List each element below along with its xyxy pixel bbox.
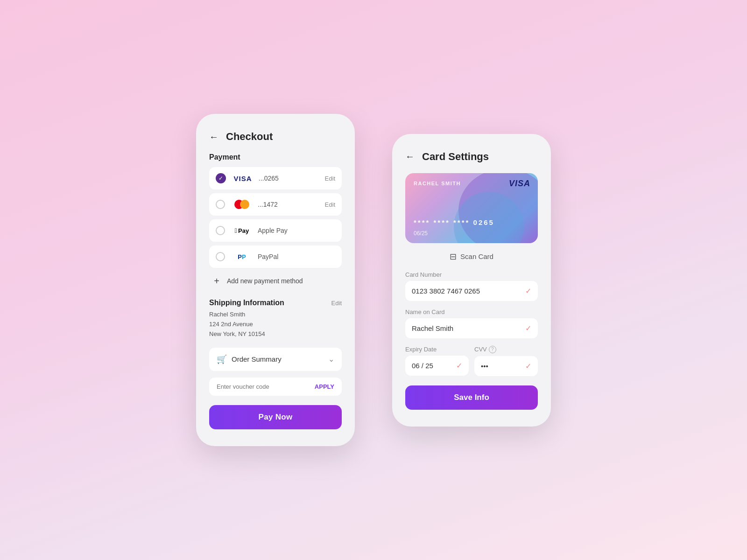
- name-on-card-valid-icon: ✓: [525, 324, 531, 333]
- shipping-line1: 124 2nd Avenue: [209, 320, 342, 329]
- expiry-value: 06 / 25: [412, 362, 433, 370]
- card-settings-title: Card Settings: [422, 151, 489, 163]
- shipping-line2: New York, NY 10154: [209, 329, 342, 339]
- paypal-radio[interactable]: [216, 252, 225, 261]
- visa-logo: VISA: [232, 172, 254, 185]
- shipping-edit-button[interactable]: Edit: [331, 300, 342, 307]
- visa-last4: ...0265: [259, 175, 325, 182]
- cvv-help-icon[interactable]: ?: [489, 346, 496, 353]
- applepay-text: Pay: [238, 227, 249, 234]
- paypal-logo: PP: [231, 250, 253, 263]
- credit-card-visual: RACHEL SMITH VISA **** **** **** 0265 06…: [405, 173, 538, 243]
- expiry-cvv-row: Expiry Date 06 / 25 ✓ CVV ? ••• ✓: [405, 346, 538, 376]
- name-on-card-input-row[interactable]: Rachel Smith ✓: [405, 318, 538, 338]
- order-summary-label: Order Summary: [232, 355, 282, 363]
- card-number-visual: **** **** **** 0265: [414, 218, 494, 226]
- cvv-value: •••: [481, 362, 488, 370]
- applepay-name: Apple Pay: [258, 227, 335, 234]
- visa-edit-button[interactable]: Edit: [325, 175, 335, 182]
- payment-method-visa[interactable]: ✓ VISA ...0265 Edit: [209, 167, 342, 189]
- voucher-input[interactable]: [217, 383, 315, 390]
- order-summary-row[interactable]: 🛒 Order Summary ⌄: [209, 348, 342, 371]
- card-settings-back-button[interactable]: ←: [405, 151, 415, 162]
- mastercard-logo: [231, 198, 253, 211]
- apply-button[interactable]: APPLY: [315, 383, 334, 390]
- scan-card-row[interactable]: ⊟ Scan Card: [405, 252, 538, 262]
- payment-method-applepay[interactable]:  Pay Apple Pay: [209, 219, 342, 242]
- cvv-label: CVV: [474, 346, 487, 353]
- card-cardholder-name: RACHEL SMITH: [414, 181, 461, 186]
- cvv-field-group: CVV ? ••• ✓: [474, 346, 538, 376]
- applepay-logo:  Pay: [231, 224, 253, 237]
- checkout-screen: ← Checkout Payment ✓ VISA ...0265 Edit .…: [196, 114, 355, 446]
- save-info-button[interactable]: Save Info: [405, 385, 538, 410]
- chevron-down-icon: ⌄: [328, 355, 334, 364]
- paypal-name: PayPal: [258, 253, 335, 260]
- card-number-field-group: Card Number 0123 3802 7467 0265 ✓: [405, 271, 538, 301]
- card-number-label: Card Number: [405, 271, 538, 278]
- add-payment-label: Add new payment method: [227, 277, 303, 285]
- card-brand-logo: VISA: [509, 179, 530, 189]
- expiry-valid-icon: ✓: [456, 361, 462, 370]
- name-on-card-field-group: Name on Card Rachel Smith ✓: [405, 308, 538, 338]
- voucher-row: APPLY: [209, 378, 342, 396]
- scan-card-label: Scan Card: [460, 252, 493, 260]
- card-number-valid-icon: ✓: [525, 287, 531, 295]
- shipping-name: Rachel Smith: [209, 310, 342, 320]
- mastercard-last4: ...1472: [258, 201, 325, 208]
- expiry-input-row[interactable]: 06 / 25 ✓: [405, 356, 469, 376]
- shipping-header: Shipping Information Edit: [209, 299, 342, 307]
- cart-icon: 🛒: [217, 354, 227, 364]
- shipping-section-label: Shipping Information: [209, 299, 284, 307]
- card-number-input-row[interactable]: 0123 3802 7467 0265 ✓: [405, 281, 538, 301]
- shipping-address: Rachel Smith 124 2nd Avenue New York, NY…: [209, 310, 342, 339]
- checkout-header: ← Checkout: [209, 131, 342, 143]
- add-payment-button[interactable]: + Add new payment method: [209, 272, 342, 290]
- mastercard-edit-button[interactable]: Edit: [325, 201, 335, 208]
- card-expiry-visual: 06/25: [414, 230, 428, 237]
- expiry-field-group: Expiry Date 06 / 25 ✓: [405, 346, 469, 376]
- apple-icon: : [235, 227, 237, 234]
- pay-now-button[interactable]: Pay Now: [209, 405, 342, 429]
- cvv-label-row: CVV ?: [474, 346, 538, 353]
- visa-selected-indicator: ✓: [216, 173, 226, 183]
- checkout-title: Checkout: [226, 131, 273, 143]
- checkout-back-button[interactable]: ←: [209, 132, 218, 142]
- order-summary-left: 🛒 Order Summary: [217, 354, 282, 364]
- card-settings-screen: ← Card Settings RACHEL SMITH VISA **** *…: [392, 134, 551, 427]
- mc-orange-circle: [240, 200, 249, 209]
- payment-method-mastercard[interactable]: ...1472 Edit: [209, 193, 342, 216]
- checkmark-icon: ✓: [218, 175, 223, 182]
- scan-icon: ⊟: [450, 252, 457, 262]
- payment-method-paypal[interactable]: PP PayPal: [209, 245, 342, 268]
- cvv-input-row[interactable]: ••• ✓: [474, 356, 538, 376]
- expiry-label: Expiry Date: [405, 346, 469, 353]
- applepay-radio[interactable]: [216, 226, 225, 235]
- card-number-value: 0123 3802 7467 0265: [412, 287, 480, 295]
- mastercard-radio[interactable]: [216, 200, 225, 209]
- name-on-card-label: Name on Card: [405, 308, 538, 315]
- plus-icon: +: [211, 275, 222, 287]
- card-settings-header: ← Card Settings: [405, 151, 538, 163]
- name-on-card-value: Rachel Smith: [412, 324, 453, 332]
- cvv-valid-icon: ✓: [525, 362, 531, 371]
- payment-section-label: Payment: [209, 153, 342, 161]
